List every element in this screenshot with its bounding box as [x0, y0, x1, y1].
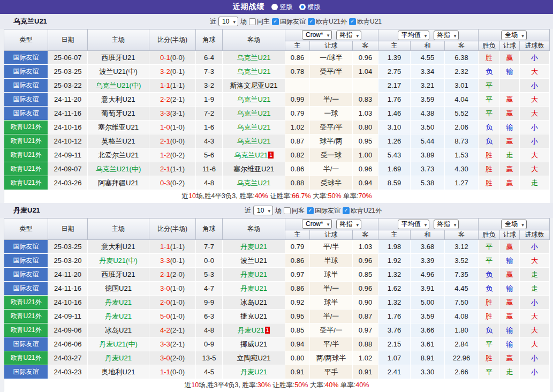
result-goals: 大 [520, 310, 550, 323]
home-team-name[interactable]: 丹麦U21 [105, 312, 132, 320]
away-team-name[interactable]: 乌克兰U21 [237, 137, 271, 145]
away-team-name[interactable]: 乌克兰U21 [237, 67, 271, 76]
home-team-name[interactable]: 意大利U21 [102, 95, 135, 103]
result-group: 全场 [479, 29, 550, 41]
home-team-name[interactable]: 北爱尔兰U21 [98, 151, 139, 159]
home-team-name[interactable]: 英格兰U21 [102, 137, 135, 145]
subcol-away: 客 [353, 41, 378, 51]
home-team-name[interactable]: 意大利U21 [102, 243, 135, 251]
handicap-home-odds: 0.94 [285, 337, 310, 351]
home-team-name[interactable]: 冰岛U21 [105, 326, 132, 334]
avg-away-odds: 4.45 [445, 282, 479, 296]
match-row: 欧青U21外 24-03-26 阿塞拜疆U21 0-3(0-2) 4-8 乌克兰… [4, 176, 550, 190]
radio-horizontal[interactable]: 横版 [299, 3, 321, 12]
near-count-select[interactable]: 10 [218, 17, 238, 26]
result-goals: 大 [520, 148, 550, 162]
date-cell: 24-09-06 [48, 323, 88, 337]
away-team-name[interactable]: 丹麦U21 [240, 368, 267, 376]
radio-vertical[interactable]: 竖版 [271, 3, 293, 12]
away-team-name[interactable]: 立陶宛U21 [237, 354, 271, 362]
fulltime-select[interactable]: 全场 [501, 31, 527, 40]
home-team-name[interactable]: 西班牙U21 [102, 270, 135, 278]
away-team-name[interactable]: 丹麦U21 [240, 284, 267, 292]
away-team-name[interactable]: 捷克U21 [240, 312, 267, 320]
result-wdl: 平 [479, 107, 500, 120]
col-home: 主场 [88, 218, 149, 240]
away-team-name[interactable]: 乌克兰U21 [234, 151, 268, 159]
result-handicap: 赢 [500, 268, 520, 282]
corner-cell: 4-3 [196, 134, 223, 148]
caret-down-icon [521, 221, 524, 228]
home-team-name[interactable]: 西班牙U21 [102, 54, 135, 62]
bookmaker-select[interactable]: Crow* [302, 30, 332, 40]
home-team-name[interactable]: 乌克兰U21(中) [96, 165, 141, 173]
result-wdl: 胜 [479, 296, 500, 310]
away-team-name[interactable]: 波兰U21 [240, 257, 267, 265]
avg-draw-odds: 8.91 [411, 351, 445, 365]
result-handicap: 输 [500, 254, 520, 268]
avg-draw-odds: 3.50 [411, 120, 445, 134]
home-team-name[interactable]: 波兰U21(中) [99, 67, 138, 76]
fulltime-score: 3-3 [160, 109, 170, 117]
home-team-cell: 阿塞拜疆U21 [88, 176, 149, 190]
match-type-cell: 国际友谊 [4, 365, 48, 379]
avg-draw-odds: 4.38 [411, 107, 445, 120]
date-cell: 25-03-22 [48, 79, 88, 93]
fulltime-select[interactable]: 全场 [501, 220, 527, 229]
away-team-name[interactable]: 丹麦U21 [240, 243, 267, 251]
competition-filter-euro-u21[interactable]: 欧青U21 [349, 17, 382, 26]
result-wdl: 负 [479, 282, 500, 296]
home-team-name[interactable]: 丹麦U21(中) [99, 340, 138, 348]
home-team-name[interactable]: 阿塞拜疆U21 [98, 179, 139, 187]
away-team-name[interactable]: 斯洛文尼亚U21 [230, 81, 278, 89]
result-handicap: 赢 [500, 351, 520, 365]
home-team-name[interactable]: 丹麦U21 [105, 354, 132, 362]
competition-filter-euro-u21-qual[interactable]: 欧青U21外 [343, 206, 382, 215]
caret-down-icon [521, 32, 524, 39]
avg-home-odds: 1.46 [378, 107, 411, 120]
same-home-filter[interactable]: 同主 [249, 17, 270, 26]
away-team-name[interactable]: 乌克兰U21 [237, 95, 271, 103]
score-cell: 3-3(3-1) [149, 107, 196, 120]
caret-down-icon [327, 220, 330, 228]
final-odds-select[interactable]: 终指 [336, 220, 362, 229]
near-count-select[interactable]: 10 [253, 206, 273, 215]
away-team-name[interactable]: 丹麦U21 [238, 326, 264, 334]
away-team-name[interactable]: 乌克兰U21 [237, 123, 271, 131]
home-team-name[interactable]: 葡萄牙U21 [102, 109, 135, 117]
home-team-name[interactable]: 乌克兰U21(中) [96, 81, 141, 89]
home-team-name[interactable]: 德国U21 [105, 284, 132, 292]
result-goals: 走 [520, 268, 550, 282]
competition-filter-euro-u21-qual[interactable]: 欧青U21外 [308, 17, 347, 26]
home-team-name[interactable]: 丹麦U21(中) [99, 257, 138, 265]
filter-bar: 近 10 场 同主 国际友谊 欧青U21外 欧青U21 [210, 17, 382, 26]
caret-down-icon [425, 221, 427, 228]
competition-filter-friendly[interactable]: 国际友谊 [272, 17, 306, 26]
home-team-name[interactable]: 丹麦U21 [105, 298, 132, 306]
competition-filter-friendly[interactable]: 国际友谊 [307, 206, 340, 215]
home-team-name[interactable]: 塞尔维亚U21 [98, 123, 139, 131]
same-away-filter[interactable]: 同客 [284, 206, 305, 215]
away-team-cell: 乌克兰U21 [223, 120, 285, 134]
average-select[interactable]: 平均值 [398, 220, 430, 229]
caret-down-icon [268, 207, 270, 214]
away-team-name[interactable]: 丹麦U21 [240, 270, 267, 278]
avg-away-odds: 8.73 [445, 134, 479, 148]
home-team-name[interactable]: 奥地利U21 [102, 368, 135, 376]
away-team-name[interactable]: 乌克兰U21 [237, 109, 271, 117]
average-select[interactable]: 平均值 [398, 31, 430, 40]
final-odds-select-2[interactable]: 终指 [434, 220, 459, 229]
score-cell: 1-0(1-0) [149, 120, 196, 134]
away-team-name[interactable]: 挪威U21 [240, 340, 267, 348]
date-cell: 24-11-16 [48, 107, 88, 120]
final-odds-select[interactable]: 终指 [336, 31, 362, 40]
radio-checked-icon [299, 4, 306, 10]
avg-home-odds: 1.62 [378, 282, 411, 296]
away-team-name[interactable]: 冰岛U21 [240, 298, 267, 306]
away-team-name[interactable]: 乌克兰U21 [237, 179, 271, 187]
handicap-line: 受半/一 [310, 323, 353, 337]
final-odds-select-2[interactable]: 终指 [434, 31, 459, 40]
away-team-name[interactable]: 乌克兰U21 [237, 54, 271, 62]
away-team-name[interactable]: 塞尔维亚U21 [233, 165, 274, 173]
bookmaker-select[interactable]: Crow* [302, 219, 332, 229]
